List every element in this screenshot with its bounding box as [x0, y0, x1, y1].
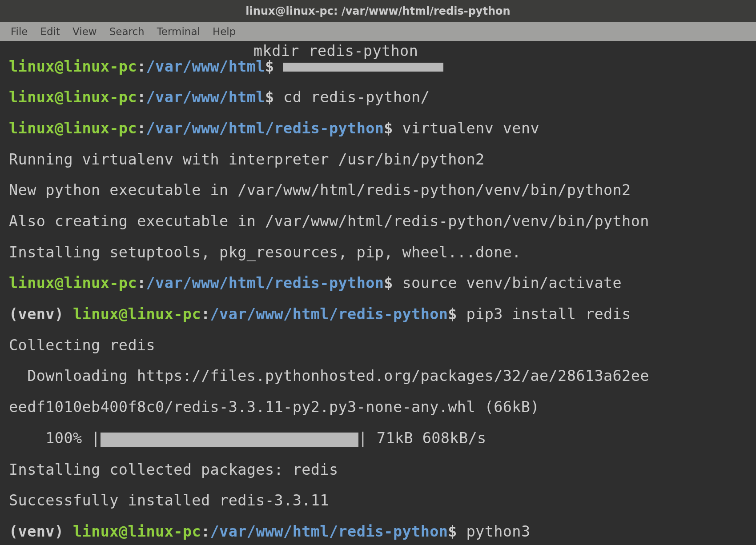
prompt-dollar: $	[265, 88, 274, 106]
command-text: mkdir redis-python	[253, 44, 418, 59]
prompt-colon: :	[137, 58, 146, 75]
prompt-user-host: linux@linux-pc	[9, 274, 137, 292]
command-text: virtualenv venv	[402, 120, 540, 137]
prompt-venv: (venv)	[9, 305, 64, 323]
output-line: Successfully installed redis-3.3.11	[9, 493, 756, 509]
prompt-venv: (venv)	[9, 523, 64, 540]
terminal-line: linux@linux-pc:/var/www/html/redis-pytho…	[9, 276, 756, 291]
prompt-user-host: linux@linux-pc	[9, 88, 137, 106]
terminal-line: (venv) linux@linux-pc:/var/www/html/redi…	[9, 307, 756, 322]
selection-highlight	[283, 63, 443, 72]
output-line: Running virtualenv with interpreter /usr…	[9, 152, 756, 168]
prompt-colon: :	[137, 120, 146, 137]
output-line: New python executable in /var/www/html/r…	[9, 183, 756, 198]
window-titlebar: linux@linux-pc: /var/www/html/redis-pyth…	[0, 0, 756, 22]
command-text: source venv/bin/activate	[402, 274, 622, 292]
window-title: linux@linux-pc: /var/www/html/redis-pyth…	[245, 5, 510, 17]
output-line: Installing setuptools, pkg_resources, pi…	[9, 245, 756, 260]
prompt-colon: :	[201, 523, 210, 540]
prompt-path: /var/www/html	[146, 88, 265, 106]
menubar: File Edit View Search Terminal Help	[0, 22, 756, 41]
prompt-dollar: $	[448, 523, 457, 540]
output-line: Installing collected packages: redis	[9, 462, 756, 478]
prompt-path: /var/www/html/redis-python	[210, 305, 448, 323]
prompt-user-host: linux@linux-pc	[73, 305, 201, 323]
terminal-line: linux@linux-pc:/var/www/html$ mkdir redi…	[9, 59, 756, 75]
prompt-colon: :	[137, 274, 146, 292]
prompt-dollar: $	[384, 274, 393, 292]
prompt-path: /var/www/html/redis-python	[210, 523, 448, 540]
progress-percent: 100% |	[9, 429, 101, 447]
menu-terminal[interactable]: Terminal	[151, 23, 206, 40]
prompt-colon: :	[201, 305, 210, 323]
terminal-line: (venv) linux@linux-pc:/var/www/html/redi…	[9, 524, 756, 540]
prompt-colon: :	[137, 88, 146, 106]
prompt-user-host: linux@linux-pc	[9, 120, 137, 137]
output-line: Collecting redis	[9, 338, 756, 353]
output-line: Downloading https://files.pythonhosted.o…	[9, 369, 756, 384]
prompt-dollar: $	[384, 120, 393, 137]
progress-bar	[101, 433, 358, 447]
output-line: Also creating executable in /var/www/htm…	[9, 214, 756, 229]
progress-line: 100% || 71kB 608kB/s	[9, 431, 756, 447]
terminal-line: linux@linux-pc:/var/www/html/redis-pytho…	[9, 121, 756, 136]
prompt-dollar: $	[448, 305, 457, 323]
prompt-path: /var/www/html/redis-python	[146, 274, 384, 292]
menu-view[interactable]: View	[66, 23, 103, 40]
menu-help[interactable]: Help	[206, 23, 242, 40]
command-text: cd redis-python/	[283, 88, 430, 106]
prompt-path: /var/www/html	[146, 58, 265, 75]
terminal-output-area[interactable]: linux@linux-pc:/var/www/html$ mkdir redi…	[0, 41, 756, 545]
menu-file[interactable]: File	[4, 23, 34, 40]
output-line: eedf1010eb400f8c0/redis-3.3.11-py2.py3-n…	[9, 400, 756, 415]
menu-edit[interactable]: Edit	[34, 23, 67, 40]
command-text: python3	[466, 523, 531, 540]
prompt-user-host: linux@linux-pc	[9, 58, 137, 75]
terminal-line: linux@linux-pc:/var/www/html$ cd redis-p…	[9, 90, 756, 105]
prompt-user-host: linux@linux-pc	[73, 523, 201, 540]
prompt-dollar: $	[265, 58, 274, 75]
command-text: pip3 install redis	[466, 305, 631, 323]
progress-speed: | 71kB 608kB/s	[358, 429, 487, 447]
menu-search[interactable]: Search	[103, 23, 151, 40]
prompt-path: /var/www/html/redis-python	[146, 120, 384, 137]
